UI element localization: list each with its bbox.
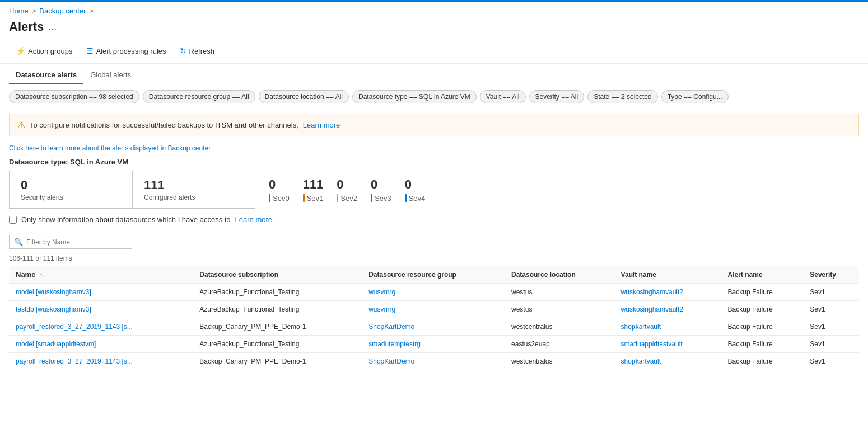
table-body: model [wuskosinghamv3] AzureBackup_Funct…: [9, 284, 859, 370]
filter-by-name-input[interactable]: [26, 238, 127, 246]
cell-severity-0: Sev1: [803, 284, 859, 301]
page-header: Alerts ...: [0, 17, 868, 41]
configured-label: Configured alerts: [144, 194, 244, 201]
cell-vault-2[interactable]: shopkartvault: [614, 318, 721, 336]
sev-stat-sev3: 0 Sev3: [371, 177, 391, 202]
filter-input-container: 🔍: [9, 235, 132, 249]
breadcrumb-backup-center[interactable]: Backup center: [39, 7, 86, 15]
filter-severity[interactable]: Severity == All: [529, 90, 585, 103]
checkbox-learn-more-link[interactable]: Learn more.: [235, 215, 274, 224]
col-subscription: Datasource subscription: [193, 266, 362, 284]
security-alerts-box: 0 Security alerts: [9, 171, 132, 209]
filter-type[interactable]: Type == Configu...: [661, 90, 729, 103]
sev-stats: 0 Sev0 111 Sev1 0 Sev2 0 Sev3 0 Sev4: [255, 171, 438, 209]
table-row[interactable]: model [smaduappidtestvm] AzureBackup_Fun…: [9, 336, 859, 353]
breadcrumb-home[interactable]: Home: [9, 7, 29, 15]
sort-icon-name[interactable]: ↑↓: [40, 272, 45, 278]
filter-vault[interactable]: Vault == All: [480, 90, 526, 103]
refresh-icon: ↻: [180, 46, 186, 55]
alert-processing-rules-button[interactable]: ☰ Alert processing rules: [80, 43, 173, 59]
cell-name-2[interactable]: payroll_restored_3_27_2019_1143 [s...: [9, 318, 193, 336]
table-container: Name ↑↓ Datasource subscription Datasour…: [0, 266, 868, 370]
table-row[interactable]: payroll_restored_3_27_2019_1143 [s... Ba…: [9, 353, 859, 370]
cell-severity-4: Sev1: [803, 353, 859, 370]
sev-count-3: 0: [371, 177, 377, 192]
access-checkbox[interactable]: [9, 216, 17, 224]
action-groups-button[interactable]: ⚡ Action groups: [9, 43, 80, 59]
more-options-icon[interactable]: ...: [48, 21, 57, 33]
datasource-type-label: Datasource type: SQL in Azure VM: [0, 156, 868, 171]
cell-resource-group-4[interactable]: ShopKartDemo: [362, 353, 505, 370]
stats-row: 0 Security alerts 111 Configured alerts …: [0, 171, 868, 209]
cell-subscription-2: Backup_Canary_PM_PPE_Demo-1: [193, 318, 362, 336]
cell-severity-3: Sev1: [803, 336, 859, 353]
cell-vault-1[interactable]: wuskosinghamvault2: [614, 301, 721, 318]
table-head: Name ↑↓ Datasource subscription Datasour…: [9, 266, 859, 284]
sev-bar-3: [371, 194, 372, 202]
tab-global-alerts[interactable]: Global alerts: [83, 66, 138, 84]
cell-resource-group-0[interactable]: wusvmrg: [362, 284, 505, 301]
sev-stat-sev4: 0 Sev4: [405, 177, 426, 202]
cell-location-4: westcentralus: [505, 353, 614, 370]
cell-severity-1: Sev1: [803, 301, 859, 318]
cell-location-0: westus: [505, 284, 614, 301]
col-alert-name: Alert name: [721, 266, 804, 284]
configured-alerts-box: 111 Configured alerts: [132, 171, 255, 209]
cell-name-1[interactable]: testdb [wuskosinghamv3]: [9, 301, 193, 318]
security-count: 0: [21, 178, 121, 192]
table-row[interactable]: model [wuskosinghamv3] AzureBackup_Funct…: [9, 284, 859, 301]
col-severity: Severity: [803, 266, 859, 284]
cell-subscription-0: AzureBackup_Functional_Testing: [193, 284, 362, 301]
cell-vault-4[interactable]: shopkartvault: [614, 353, 721, 370]
table-row[interactable]: payroll_restored_3_27_2019_1143 [s... Ba…: [9, 318, 859, 336]
cell-vault-0[interactable]: wuskosinghamvault2: [614, 284, 721, 301]
col-location: Datasource location: [505, 266, 614, 284]
security-label: Security alerts: [21, 194, 121, 201]
sev-label-4: Sev4: [409, 194, 426, 202]
cell-name-4[interactable]: payroll_restored_3_27_2019_1143 [s...: [9, 353, 193, 370]
alert-processing-label: Alert processing rules: [96, 47, 166, 55]
cell-vault-3[interactable]: smaduappidtestvault: [614, 336, 721, 353]
filter-resource-group[interactable]: Datasource resource group == All: [143, 90, 255, 103]
warning-icon: ⚠: [17, 120, 25, 130]
sev-label-row-3: Sev3: [371, 194, 391, 202]
cell-alert-name-1: Backup Failure: [721, 301, 804, 318]
sev-bar-2: [337, 194, 338, 202]
cell-location-3: eastus2euap: [505, 336, 614, 353]
sev-stat-sev1: 111 Sev1: [303, 177, 324, 202]
filter-location[interactable]: Datasource location == All: [259, 90, 349, 103]
alerts-table: Name ↑↓ Datasource subscription Datasour…: [9, 266, 859, 370]
tabs-container: Datasource alerts Global alerts: [0, 66, 868, 84]
action-groups-label: Action groups: [28, 47, 73, 55]
sev-label-row-4: Sev4: [405, 194, 426, 202]
sev-count-1: 111: [303, 177, 324, 192]
table-row[interactable]: testdb [wuskosinghamv3] AzureBackup_Func…: [9, 301, 859, 318]
cell-resource-group-1[interactable]: wusvmrg: [362, 301, 505, 318]
filter-subscription[interactable]: Datasource subscription == 98 selected: [9, 90, 139, 103]
sev-bar-4: [405, 194, 407, 202]
table-header-row: Name ↑↓ Datasource subscription Datasour…: [9, 266, 859, 284]
cell-resource-group-3[interactable]: smadutemptestrg: [362, 336, 505, 353]
sev-label-0: Sev0: [273, 194, 290, 202]
warning-learn-more-link[interactable]: Learn more: [303, 121, 340, 129]
sev-bar-0: [269, 194, 270, 202]
cell-name-3[interactable]: model [smaduappidtestvm]: [9, 336, 193, 353]
col-resource-group: Datasource resource group: [362, 266, 505, 284]
cell-location-1: westus: [505, 301, 614, 318]
filter-datasource-type[interactable]: Datasource type == SQL in Azure VM: [352, 90, 477, 103]
cell-name-0[interactable]: model [wuskosinghamv3]: [9, 284, 193, 301]
filter-state[interactable]: State == 2 selected: [587, 90, 657, 103]
cell-resource-group-2[interactable]: ShopKartDemo: [362, 318, 505, 336]
cell-subscription-4: Backup_Canary_PM_PPE_Demo-1: [193, 353, 362, 370]
toolbar: ⚡ Action groups ☰ Alert processing rules…: [0, 41, 868, 64]
info-link[interactable]: Click here to learn more about the alert…: [0, 141, 868, 156]
cell-severity-2: Sev1: [803, 318, 859, 336]
cell-subscription-1: AzureBackup_Functional_Testing: [193, 301, 362, 318]
tab-datasource-alerts[interactable]: Datasource alerts: [9, 66, 83, 84]
breadcrumb: Home > Backup center >: [0, 2, 868, 17]
refresh-button[interactable]: ↻ Refresh: [173, 43, 222, 59]
checkbox-row: Only show information about datasources …: [0, 209, 868, 230]
cell-alert-name-3: Backup Failure: [721, 336, 804, 353]
sev-label-1: Sev1: [307, 194, 324, 202]
cell-alert-name-4: Backup Failure: [721, 353, 804, 370]
